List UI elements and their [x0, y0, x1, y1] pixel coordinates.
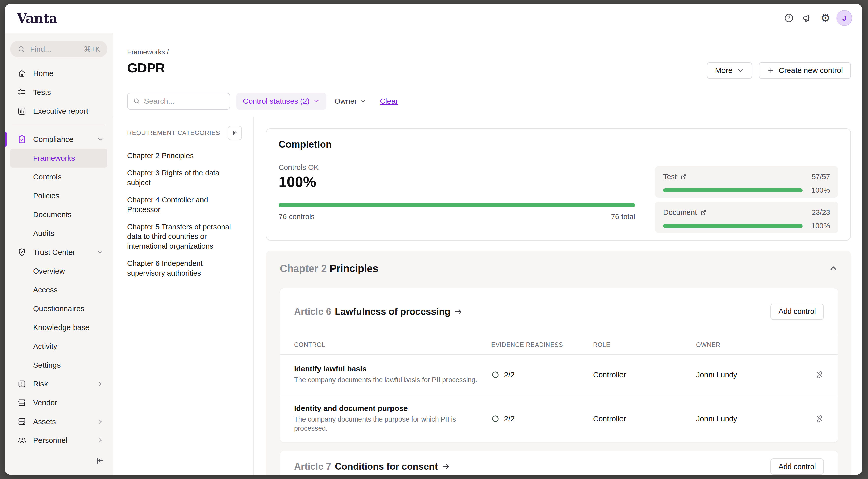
- sidebar-item-questionnaires[interactable]: Questionnaires: [10, 299, 107, 318]
- chapter-2-header: Chapter 2 Principles: [280, 263, 838, 274]
- sidebar-item-knowledge-base[interactable]: Knowledge base: [10, 318, 107, 337]
- sidebar-item-trust-center[interactable]: Trust Center: [10, 243, 107, 262]
- search-shortcut: ⌘+K: [84, 45, 100, 54]
- sidebar-item-controls[interactable]: Controls: [10, 167, 107, 186]
- app-body: Find... ⌘+K Home Tests: [5, 33, 862, 475]
- tests-checklist-icon: [17, 88, 27, 97]
- create-new-control-button[interactable]: Create new control: [759, 62, 851, 79]
- sidebar-item-overview[interactable]: Overview: [10, 262, 107, 281]
- owner-filter[interactable]: Owner: [335, 97, 366, 105]
- add-control-button[interactable]: Add control: [770, 458, 824, 475]
- chevron-down-icon: [360, 98, 366, 104]
- test-stat-box: Test 57/57 100%: [655, 166, 838, 197]
- chevron-right-icon: [97, 380, 104, 387]
- shield-check-icon: [17, 248, 27, 257]
- column-header-evidence-readiness: EVIDENCE READINESS: [491, 341, 593, 348]
- control-cell: Identity and document purpose The compan…: [294, 397, 491, 441]
- add-control-button[interactable]: Add control: [770, 304, 824, 320]
- risk-alert-icon: [17, 379, 27, 388]
- page-title: GDPR: [127, 60, 169, 75]
- category-item[interactable]: Chapter 4 Controller and Processor: [127, 195, 242, 214]
- global-search-input[interactable]: Find... ⌘+K: [10, 41, 107, 58]
- categories-collapse-button[interactable]: [228, 126, 242, 140]
- table-row[interactable]: Identify lawful basis The company docume…: [280, 355, 838, 395]
- gear-icon: ⚙: [820, 12, 830, 24]
- sidebar-item-personnel[interactable]: Personnel: [10, 431, 107, 450]
- owner-cell: Jonni Lundy: [696, 414, 810, 423]
- chevron-down-icon: [737, 67, 744, 74]
- column-header-role: ROLE: [593, 341, 696, 348]
- unlink-action[interactable]: [810, 414, 824, 423]
- chevron-down-icon: [313, 98, 320, 104]
- settings-button[interactable]: ⚙: [818, 11, 833, 25]
- article-6-header: Article 6 Lawfulness of processing Add c…: [280, 288, 838, 335]
- chevron-right-icon: [97, 437, 104, 444]
- external-link-icon[interactable]: [700, 209, 707, 216]
- more-button[interactable]: More: [707, 62, 752, 79]
- sidebar-item-audits[interactable]: Audits: [10, 224, 107, 243]
- sidebar-item-risk[interactable]: Risk: [10, 375, 107, 393]
- main-content: Frameworks / GDPR More Create new contro…: [113, 33, 862, 475]
- completion-progress-bar: [279, 203, 635, 207]
- sidebar-nav: Home Tests Executive report: [10, 64, 107, 450]
- search-icon: [17, 45, 25, 53]
- sidebar-item-policies[interactable]: Policies: [10, 186, 107, 205]
- personnel-people-icon: [17, 436, 27, 445]
- table-row[interactable]: Identity and document purpose The compan…: [280, 395, 838, 442]
- sidebar-item-documents[interactable]: Documents: [10, 205, 107, 224]
- control-description: The company documents the purpose for wh…: [294, 415, 491, 433]
- help-icon: [784, 13, 794, 23]
- category-item[interactable]: Chapter 3 Rights of the data subject: [127, 168, 242, 187]
- category-item[interactable]: Chapter 2 Principles: [127, 151, 242, 160]
- controls-count: 76 controls: [279, 213, 315, 221]
- breadcrumb[interactable]: Frameworks /: [127, 48, 169, 56]
- sidebar-item-activity[interactable]: Activity: [10, 337, 107, 356]
- category-item[interactable]: Chapter 5 Transfers of personal data to …: [127, 222, 242, 251]
- sidebar-item-home[interactable]: Home: [10, 64, 107, 83]
- document-progress-bar: [663, 224, 803, 228]
- control-name: Identity and document purpose: [294, 404, 491, 413]
- sidebar-item-frameworks[interactable]: Frameworks: [10, 149, 107, 167]
- article-7-header: Article 7 Conditions for consent Add con…: [280, 451, 838, 475]
- page-header: Frameworks / GDPR More Create new contro…: [113, 33, 862, 86]
- chevron-right-icon: [97, 418, 104, 425]
- completion-counts: 76 controls 76 total: [279, 213, 635, 221]
- category-item[interactable]: Chapter 6 Independent supervisory author…: [127, 259, 242, 278]
- sidebar-item-tests[interactable]: Tests: [10, 83, 107, 102]
- collapse-left-icon: [95, 456, 104, 465]
- article-7-card: Article 7 Conditions for consent Add con…: [280, 450, 838, 475]
- clear-filters-link[interactable]: Clear: [380, 97, 398, 105]
- sidebar-item-vendor[interactable]: Vendor: [10, 393, 107, 412]
- sidebar-collapse-button[interactable]: [95, 456, 104, 466]
- evidence-readiness-cell: 2/2: [491, 371, 593, 379]
- avatar[interactable]: J: [836, 10, 852, 26]
- document-stat-count: 23/23: [811, 208, 830, 217]
- categories-list: Chapter 2 Principles Chapter 3 Rights of…: [127, 151, 242, 278]
- sidebar-item-settings[interactable]: Settings: [10, 356, 107, 375]
- vendor-storefront-icon: [17, 398, 27, 407]
- chapter-collapse-button[interactable]: [829, 263, 838, 274]
- arrow-right-icon: [454, 307, 463, 316]
- search-input[interactable]: [144, 97, 225, 105]
- announcements-button[interactable]: [800, 11, 814, 25]
- article-6-title[interactable]: Article 6 Lawfulness of processing: [294, 307, 463, 317]
- filter-row: Control statuses (2) Owner Clear: [113, 86, 862, 117]
- chevron-down-icon: [97, 136, 104, 143]
- article-7-title[interactable]: Article 7 Conditions for consent: [294, 461, 451, 472]
- sidebar-item-compliance[interactable]: Compliance: [10, 130, 107, 149]
- sidebar-item-access[interactable]: Access: [10, 281, 107, 299]
- vanta-logo: Vanta: [17, 10, 58, 26]
- control-statuses-filter[interactable]: Control statuses (2): [236, 93, 327, 109]
- sidebar-item-executive-report[interactable]: Executive report: [10, 102, 107, 121]
- total-count: 76 total: [611, 213, 635, 221]
- avatar-initial: J: [842, 14, 847, 22]
- topbar-actions: ⚙ J: [781, 10, 852, 26]
- help-button[interactable]: [781, 11, 796, 25]
- evidence-count: 2/2: [504, 371, 515, 379]
- evidence-count: 2/2: [504, 414, 515, 423]
- external-link-icon[interactable]: [680, 173, 687, 181]
- article-6-card: Article 6 Lawfulness of processing Add c…: [280, 288, 838, 442]
- header-actions: More Create new control: [707, 62, 851, 86]
- unlink-action[interactable]: [810, 371, 824, 379]
- sidebar-item-assets[interactable]: Assets: [10, 412, 107, 431]
